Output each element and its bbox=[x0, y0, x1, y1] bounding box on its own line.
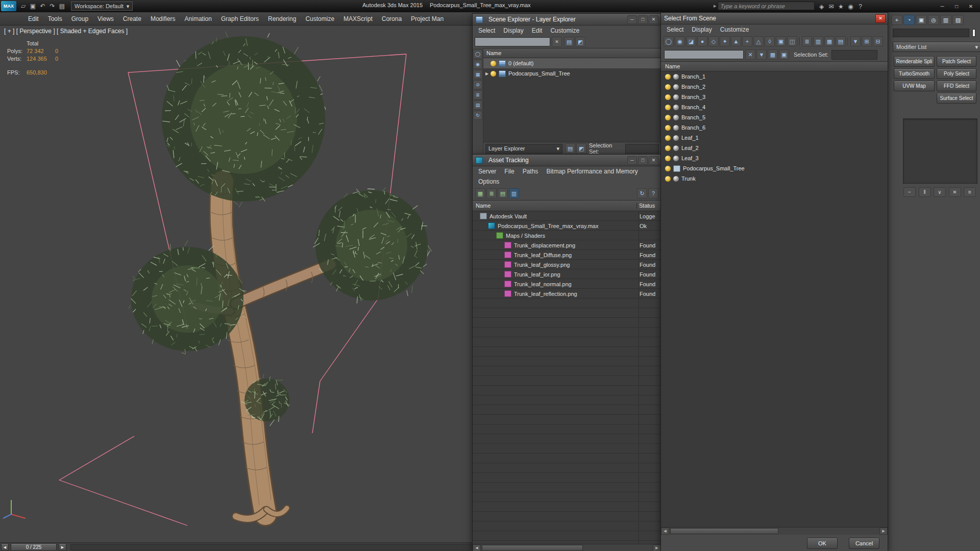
modifier-button[interactable]: UVW Map bbox=[894, 81, 935, 91]
next-frame-button[interactable]: ▶ bbox=[59, 543, 66, 551]
visibility-bulb-icon[interactable] bbox=[491, 71, 496, 77]
visibility-bulb-icon[interactable] bbox=[665, 115, 671, 120]
menubar-item[interactable]: Views bbox=[93, 15, 118, 22]
asset-row[interactable]: Podocarpus_Small_Tree_max_vray.maxOk bbox=[473, 221, 661, 231]
scene-object-row[interactable]: Podocarpus_Small_Tree bbox=[661, 163, 888, 173]
modifier-button[interactable]: Surface Select bbox=[937, 93, 976, 104]
modifier-button[interactable]: FFD Select bbox=[937, 81, 976, 91]
close-icon[interactable]: ✕ bbox=[964, 2, 977, 11]
asset-row[interactable]: Trunk_leaf_Diffuse.pngFound bbox=[473, 250, 661, 260]
tracking-help-icon[interactable]: ? bbox=[648, 188, 658, 198]
maximize-icon[interactable]: □ bbox=[638, 156, 648, 165]
status-column-header[interactable]: Status bbox=[636, 203, 661, 209]
menubar-item[interactable]: Animation bbox=[180, 15, 216, 22]
asset-list-view-icon[interactable]: ≣ bbox=[486, 188, 497, 198]
visibility-bulb-icon[interactable] bbox=[665, 74, 671, 80]
visibility-bulb-icon[interactable] bbox=[491, 61, 496, 66]
display-spacewarps-icon[interactable]: △ bbox=[753, 36, 764, 46]
visibility-bulb-icon[interactable] bbox=[665, 84, 671, 90]
pick-layer-icon[interactable]: ◩ bbox=[576, 143, 586, 154]
max-logo[interactable]: MAX bbox=[1, 1, 16, 11]
filter-set-icon[interactable]: ▼ bbox=[756, 49, 767, 60]
expand-arrow-icon[interactable]: ▶ bbox=[485, 71, 491, 76]
visibility-bulb-icon[interactable] bbox=[665, 145, 671, 151]
display-toggle-icon[interactable]: ◉ bbox=[473, 60, 482, 69]
layer-row[interactable]: ▶ Podocarpus_Small_Tree bbox=[483, 68, 661, 79]
make-unique-icon[interactable]: ∨ bbox=[934, 187, 946, 197]
close-icon[interactable]: ✕ bbox=[649, 156, 658, 165]
undo-icon[interactable]: ↶ bbox=[38, 2, 47, 11]
scroll-left-icon[interactable]: ◀ bbox=[661, 528, 669, 535]
ok-button[interactable]: OK bbox=[807, 538, 838, 549]
highlight-layer-icon[interactable]: ▤ bbox=[565, 143, 575, 154]
asset-row[interactable]: Trunk_leaf_reflection.pngFound bbox=[473, 289, 661, 298]
scene-object-row[interactable]: Branch_4 bbox=[661, 102, 888, 112]
object-color-swatch[interactable] bbox=[972, 29, 975, 37]
asset-details-view-icon[interactable]: ▥ bbox=[509, 188, 519, 198]
menubar-item[interactable]: Project Man bbox=[406, 15, 448, 22]
select-from-scene-titlebar[interactable]: Select From Scene ✕ bbox=[661, 13, 888, 24]
scroll-left-icon[interactable]: ◀ bbox=[473, 544, 481, 551]
asset-tracking-titlebar[interactable]: Asset Tracking ─□✕ bbox=[473, 155, 661, 166]
scene-explorer-name-column-header[interactable]: Name bbox=[483, 48, 661, 58]
display-particles-icon[interactable]: ◊ bbox=[765, 36, 775, 46]
time-slider-handle[interactable]: 0 / 225 bbox=[11, 543, 57, 551]
selection-set-dropdown[interactable] bbox=[831, 50, 877, 60]
menu-server[interactable]: Server bbox=[475, 168, 500, 175]
motion-tab-icon[interactable]: ◎ bbox=[928, 15, 939, 25]
sync-icon[interactable]: ↻ bbox=[473, 111, 482, 120]
open-file-icon[interactable]: ▱ bbox=[19, 2, 28, 11]
name-column-header[interactable]: Name bbox=[661, 61, 888, 71]
subscription-icon[interactable]: ◈ bbox=[817, 2, 826, 11]
modifier-button[interactable]: Poly Select bbox=[937, 68, 976, 79]
asset-row[interactable]: Trunk_leaf_normal.pngFound bbox=[473, 279, 661, 289]
visibility-bulb-icon[interactable] bbox=[665, 105, 671, 110]
menubar-item[interactable]: Customize bbox=[301, 15, 339, 22]
layers-icon[interactable]: ▤ bbox=[473, 101, 482, 110]
menu-file[interactable]: File bbox=[501, 168, 518, 175]
visibility-bulb-icon[interactable] bbox=[665, 156, 671, 161]
help-icon[interactable]: ? bbox=[856, 2, 865, 11]
search-arrow-icon[interactable]: ▸ bbox=[714, 3, 717, 9]
redo-icon[interactable]: ↷ bbox=[48, 2, 57, 11]
lock-icon[interactable]: ⊘ bbox=[473, 80, 482, 89]
maximize-icon[interactable]: □ bbox=[950, 2, 963, 11]
collapse-all-icon[interactable]: ⊟ bbox=[873, 36, 883, 46]
hierarchy-tab-icon[interactable]: ▣ bbox=[916, 15, 927, 25]
display-frozen-icon[interactable]: ◫ bbox=[787, 36, 797, 46]
sign-in-icon[interactable]: ◉ bbox=[846, 2, 855, 11]
minimize-icon[interactable]: ─ bbox=[627, 156, 637, 165]
menubar-item[interactable]: Rendering bbox=[263, 15, 301, 22]
scrollbar-thumb[interactable] bbox=[670, 528, 778, 534]
close-icon[interactable]: ✕ bbox=[875, 14, 886, 23]
column-divider[interactable] bbox=[639, 211, 639, 544]
pick-layer-icon[interactable]: ◩ bbox=[575, 37, 585, 47]
visibility-bulb-icon[interactable] bbox=[665, 94, 671, 100]
hierarchy-view-icon[interactable]: ▤ bbox=[836, 36, 846, 46]
select-columns-icon[interactable]: ▦ bbox=[768, 49, 778, 60]
scrollbar-thumb[interactable] bbox=[482, 545, 583, 551]
create-tab-icon[interactable]: + bbox=[891, 15, 902, 25]
menubar-item[interactable]: Create bbox=[118, 15, 146, 22]
modifier-list-dropdown[interactable]: Modifier List ▾ bbox=[893, 42, 980, 52]
menubar-item[interactable]: Graph Editors bbox=[216, 15, 263, 22]
filter-icon[interactable]: ▼ bbox=[850, 36, 861, 46]
viewport-label[interactable]: [ + ] [ Perspective ] [ Shaded + Edged F… bbox=[4, 28, 128, 35]
scene-explorer-titlebar[interactable]: Scene Explorer - Layer Explorer ─□✕ bbox=[473, 14, 661, 26]
visibility-bulb-icon[interactable] bbox=[665, 166, 671, 171]
layer-row[interactable]: 0 (default) bbox=[483, 58, 661, 68]
selection-set-dropdown[interactable] bbox=[625, 144, 659, 154]
display-bones-icon[interactable]: ▣ bbox=[776, 36, 786, 46]
refresh-icon[interactable]: ↻ bbox=[637, 188, 647, 198]
list-icon[interactable]: ≣ bbox=[473, 90, 482, 99]
favorites-icon[interactable]: ★ bbox=[837, 2, 845, 11]
menubar-item[interactable]: Tools bbox=[43, 15, 67, 22]
menubar-item[interactable]: Modifiers bbox=[146, 15, 180, 22]
modifier-button[interactable]: Renderable Spli bbox=[894, 56, 935, 67]
menubar-item[interactable]: MAXScript bbox=[339, 15, 377, 22]
display-cameras-icon[interactable]: ▲ bbox=[731, 36, 741, 46]
scene-object-row[interactable]: Trunk bbox=[661, 173, 888, 184]
expand-all-icon[interactable]: ⊞ bbox=[862, 36, 872, 46]
explorer-mode-dropdown[interactable]: Layer Explorer ▾ bbox=[485, 144, 562, 154]
scene-object-row[interactable]: Branch_3 bbox=[661, 92, 888, 102]
